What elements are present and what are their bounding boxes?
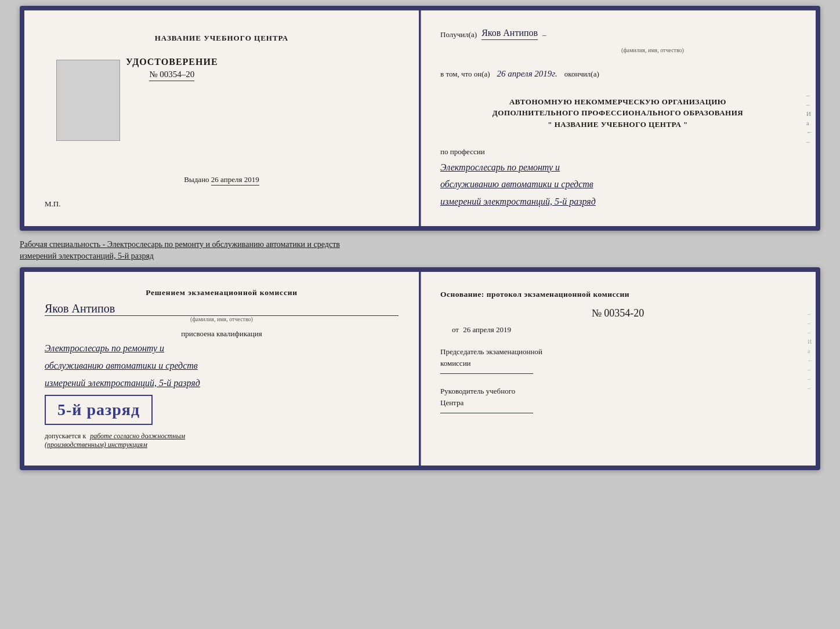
doc2-right-page: Основание: протокол экзаменационной коми… <box>420 272 816 466</box>
org-block: АВТОНОМНУЮ НЕКОММЕРЧЕСКУЮ ОРГАНИЗАЦИЮ ДО… <box>440 96 795 130</box>
qual-line1: Электрослесарь по ремонту и <box>45 341 399 356</box>
profession-block: по профессии Электрослесарь по ремонту и… <box>440 146 795 209</box>
date-handwritten: 26 апреля 2019г. <box>497 69 557 78</box>
doc2-right-edge-marks: – – – И а ← – – – <box>808 311 813 391</box>
head-signature-line <box>440 413 533 413</box>
qual-line3: измерений электростанций, 5-й разряд <box>45 376 399 391</box>
person-block: Яков Антипов (фамилия, имя, отчество) <box>45 302 399 322</box>
name-subtext: (фамилия, имя, отчество) <box>510 47 795 53</box>
chairman-signature-line <box>440 373 533 374</box>
cert-info-block: УДОСТОВЕРЕНИЕ № 00354–20 <box>126 57 218 81</box>
left-center-title: НАЗВАНИЕ УЧЕБНОГО ЦЕНТРА <box>155 34 289 43</box>
decision-text: Решением экзаменационной комиссии <box>45 288 399 297</box>
qual-line2: обслуживанию автоматики и средств <box>45 358 399 373</box>
chairman-label1: Председатель экзаменационной <box>440 347 542 356</box>
org-line2: ДОПОЛНИТЕЛЬНОГО ПРОФЕССИОНАЛЬНОГО ОБРАЗО… <box>440 107 795 119</box>
date-label: Выдано <box>184 175 209 184</box>
grade-box: 5-й разряд <box>45 395 153 425</box>
org-line3: " НАЗВАНИЕ УЧЕБНОГО ЦЕНТРА " <box>440 119 795 130</box>
cert-title: УДОСТОВЕРЕНИЕ <box>126 57 218 67</box>
recipient-name: Яков Антипов <box>481 28 538 40</box>
org-line1: АВТОНОМНУЮ НЕКОММЕРЧЕСКУЮ ОРГАНИЗАЦИЮ <box>440 96 795 108</box>
grade-text: 5-й разряд <box>57 401 140 419</box>
cert-date-area: Выдано 26 апреля 2019 <box>184 175 259 186</box>
person-name: Яков Антипов <box>45 302 399 316</box>
from-prefix: от <box>452 325 459 334</box>
admission-text: допускается к <box>45 432 86 440</box>
head-label1: Руководитель учебного <box>440 387 515 395</box>
profession-line2: обслуживанию автоматики и средств <box>440 177 795 192</box>
admission-block: допускается к работе согласно должностны… <box>45 432 399 449</box>
protocol-number: № 00354-20 <box>440 307 795 319</box>
dash: – <box>542 29 546 41</box>
in-that-block: в том, что он(а) 26 апреля 2019г. окончи… <box>440 68 795 80</box>
chairman-label2: комиссии <box>440 359 471 368</box>
profession-line3: измерений электростанций, 5-й разряд <box>440 194 795 209</box>
from-date-block: от 26 апреля 2019 <box>452 325 795 335</box>
document-2: Решением экзаменационной комиссии Яков А… <box>20 267 820 470</box>
date-value: 26 апреля 2019 <box>211 175 259 186</box>
head-label2: Центра <box>440 398 464 407</box>
received-label: Получил(а) <box>440 29 477 41</box>
cert-number: № 00354–20 <box>149 70 194 81</box>
from-date-value: 26 апреля 2019 <box>463 325 511 334</box>
person-name-subtext: (фамилия, имя, отчество) <box>45 316 399 322</box>
qualification-block: присвоена квалификация Электрослесарь по… <box>45 329 399 390</box>
profession-label: по профессии <box>440 146 795 158</box>
doc2-left-page: Решением экзаменационной комиссии Яков А… <box>24 272 420 466</box>
mp-stamp: М.П. <box>45 199 60 209</box>
separator-label: Рабочая специальность - Электрослесарь п… <box>20 235 820 263</box>
basis-label: Основание: протокол экзаменационной коми… <box>440 288 795 301</box>
recipient-block: Получил(а) Яков Антипов – <box>440 28 795 40</box>
finished-label: окончил(а) <box>564 70 599 78</box>
head-block: Руководитель учебного Центра <box>440 386 795 413</box>
qual-label: присвоена квалификация <box>45 329 399 339</box>
separator-text: Рабочая специальность - Электрослесарь п… <box>20 240 340 260</box>
cert-photo <box>56 60 120 141</box>
in-that-label: в том, что он(а) <box>440 70 490 78</box>
left-middle-area: УДОСТОВЕРЕНИЕ № 00354–20 <box>45 51 399 150</box>
document-1: НАЗВАНИЕ УЧЕБНОГО ЦЕНТРА УДОСТОВЕРЕНИЕ №… <box>20 6 820 231</box>
right-edge-marks: – – И а ← – <box>806 92 813 145</box>
profession-line1: Электрослесарь по ремонту и <box>440 160 795 175</box>
doc1-left-page: НАЗВАНИЕ УЧЕБНОГО ЦЕНТРА УДОСТОВЕРЕНИЕ №… <box>24 10 420 226</box>
chairman-block: Председатель экзаменационной комиссии <box>440 346 795 374</box>
doc1-right-page: Получил(а) Яков Антипов – (фамилия, имя,… <box>420 10 816 226</box>
